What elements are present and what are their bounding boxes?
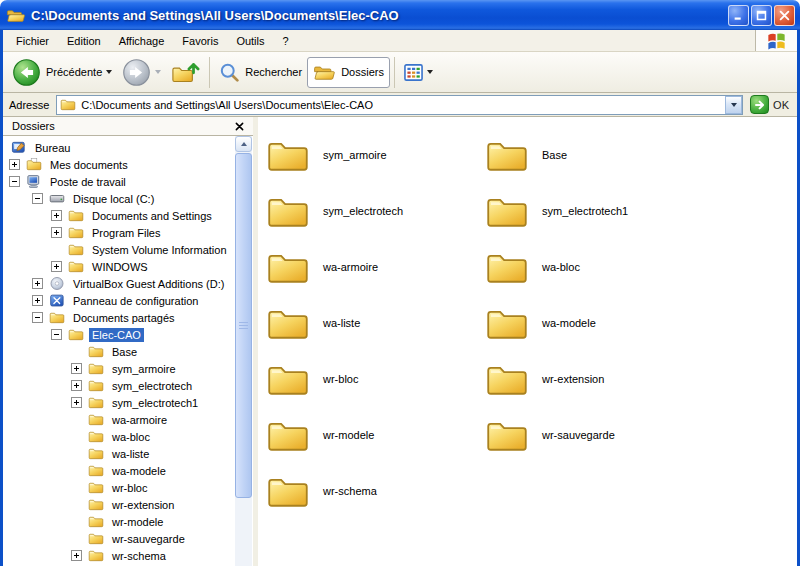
scroll-up-button[interactable] [235, 136, 252, 152]
menubar: Fichier Edition Affichage Favoris Outils… [3, 30, 797, 52]
tree-item-virtualbox-guest-additions-d[interactable]: VirtualBox Guest Additions (D:) [3, 275, 253, 292]
close-icon [779, 10, 790, 21]
toolbar-separator [394, 57, 395, 88]
tree-item-documents-and-settings[interactable]: Documents and Settings [3, 207, 253, 224]
back-button[interactable]: Précédente [7, 55, 117, 89]
expand-plus-icon[interactable] [32, 278, 43, 289]
address-value[interactable]: C:\Documents and Settings\All Users\Docu… [81, 99, 725, 111]
tile-sym-armoire[interactable]: sym_armoire [266, 127, 485, 183]
collapse-minus-icon[interactable] [51, 329, 62, 340]
tree-item-base[interactable]: Base [3, 343, 253, 360]
expand-plus-icon[interactable] [71, 397, 82, 408]
folder-icon [88, 480, 104, 495]
close-button[interactable] [774, 5, 795, 26]
tree-item-bureau[interactable]: Bureau [3, 139, 253, 156]
back-arrow-icon [12, 58, 41, 87]
expand-plus-icon[interactable] [71, 550, 82, 561]
tree-item-wa-bloc[interactable]: wa-bloc [3, 428, 253, 445]
scrollbar-thumb[interactable] [235, 153, 252, 498]
views-dropdown-caret-icon[interactable] [427, 70, 433, 74]
tile-wr-schema[interactable]: wr-schema [266, 463, 485, 519]
back-dropdown-caret-icon[interactable] [106, 70, 112, 74]
folder-icon [49, 310, 65, 325]
menu-edition[interactable]: Edition [58, 30, 110, 51]
tree-item-elec-cao[interactable]: Elec-CAO [3, 326, 253, 343]
expand-plus-icon[interactable] [9, 159, 20, 170]
tree-item-program-files[interactable]: Program Files [3, 224, 253, 241]
search-button[interactable]: Rechercher [214, 55, 307, 89]
expand-plus-icon[interactable] [71, 363, 82, 374]
tree-item-panneau-de-configuration[interactable]: Panneau de configuration [3, 292, 253, 309]
expand-plus-icon[interactable] [71, 380, 82, 391]
folder-up-icon [171, 59, 200, 85]
desktop-icon [11, 140, 27, 155]
views-button[interactable] [399, 55, 438, 89]
tree-item-documents-partages[interactable]: Documents partagés [3, 309, 253, 326]
up-button[interactable] [166, 55, 205, 89]
tile-wr-extension[interactable]: wr-extension [485, 351, 704, 407]
folder-icon [266, 138, 310, 173]
search-icon [219, 62, 240, 83]
maximize-button[interactable] [751, 5, 772, 26]
expand-plus-icon[interactable] [51, 261, 62, 272]
tree-item-wr-schema[interactable]: wr-schema [3, 547, 253, 564]
folder-icon [68, 208, 84, 223]
tree-item-wa-armoire[interactable]: wa-armoire [3, 411, 253, 428]
tree-item-sym-electrotech1[interactable]: sym_electrotech1 [3, 394, 253, 411]
forward-button[interactable] [117, 55, 166, 89]
expand-plus-icon[interactable] [51, 227, 62, 238]
collapse-minus-icon[interactable] [32, 193, 43, 204]
tree-item-disque-local-c[interactable]: Disque local (C:) [3, 190, 253, 207]
tile-wa-liste[interactable]: wa-liste [266, 295, 485, 351]
folders-pane-close-button[interactable] [232, 119, 247, 134]
expand-plus-icon[interactable] [51, 210, 62, 221]
tree-item-sym-armoire[interactable]: sym_armoire [3, 360, 253, 377]
window-title: C:\Documents and Settings\All Users\Docu… [31, 8, 726, 23]
folder-icon [88, 463, 104, 478]
tile-sym-electrotech[interactable]: sym_electrotech [266, 183, 485, 239]
tree-item-windows[interactable]: WINDOWS [3, 258, 253, 275]
folders-pane-title: Dossiers [12, 120, 232, 132]
tree-item-mes-documents[interactable]: Mes documents [3, 156, 253, 173]
folder-icon [88, 344, 104, 359]
folder-icon [485, 250, 529, 285]
tree-item-wr-sauvegarde[interactable]: wr-sauvegarde [3, 530, 253, 547]
go-button[interactable] [750, 95, 769, 114]
folder-open-icon [6, 7, 26, 24]
expand-plus-icon[interactable] [32, 295, 43, 306]
tree-item-wr-bloc[interactable]: wr-bloc [3, 479, 253, 496]
tree-item-wa-liste[interactable]: wa-liste [3, 445, 253, 462]
tile-wr-bloc[interactable]: wr-bloc [266, 351, 485, 407]
menu-fichier[interactable]: Fichier [7, 30, 58, 51]
titlebar[interactable]: C:\Documents and Settings\All Users\Docu… [0, 0, 800, 30]
address-combobox[interactable]: C:\Documents and Settings\All Users\Docu… [56, 95, 743, 115]
menu-outils[interactable]: Outils [227, 30, 273, 51]
tile-wa-bloc[interactable]: wa-bloc [485, 239, 704, 295]
folders-button[interactable]: Dossiers [307, 57, 390, 88]
tree-item-wr-modele[interactable]: wr-modele [3, 513, 253, 530]
tree-scrollbar[interactable] [235, 136, 252, 566]
menu-favoris[interactable]: Favoris [173, 30, 227, 51]
tile-base[interactable]: Base [485, 127, 704, 183]
tree-item-wa-modele[interactable]: wa-modele [3, 462, 253, 479]
tile-wr-modele[interactable]: wr-modele [266, 407, 485, 463]
explorer-window: C:\Documents and Settings\All Users\Docu… [0, 0, 800, 566]
hard-drive-icon [49, 191, 65, 206]
menu-aide[interactable]: ? [274, 30, 298, 51]
collapse-minus-icon[interactable] [32, 312, 43, 323]
my-documents-icon [26, 157, 42, 172]
tree-item-wr-extension[interactable]: wr-extension [3, 496, 253, 513]
tile-wa-armoire[interactable]: wa-armoire [266, 239, 485, 295]
tree-item-poste-de-travail[interactable]: Poste de travail [3, 173, 253, 190]
minimize-button[interactable] [728, 5, 749, 26]
forward-arrow-icon [122, 58, 151, 87]
tree-item-system-volume-information[interactable]: System Volume Information [3, 241, 253, 258]
back-button-label: Précédente [46, 66, 102, 78]
collapse-minus-icon[interactable] [9, 176, 20, 187]
tile-sym-electrotech1[interactable]: sym_electrotech1 [485, 183, 704, 239]
address-dropdown-button[interactable] [725, 96, 742, 114]
tile-wr-sauvegarde[interactable]: wr-sauvegarde [485, 407, 704, 463]
tile-wa-modele[interactable]: wa-modele [485, 295, 704, 351]
tree-item-sym-electrotech[interactable]: sym_electrotech [3, 377, 253, 394]
menu-affichage[interactable]: Affichage [110, 30, 174, 51]
